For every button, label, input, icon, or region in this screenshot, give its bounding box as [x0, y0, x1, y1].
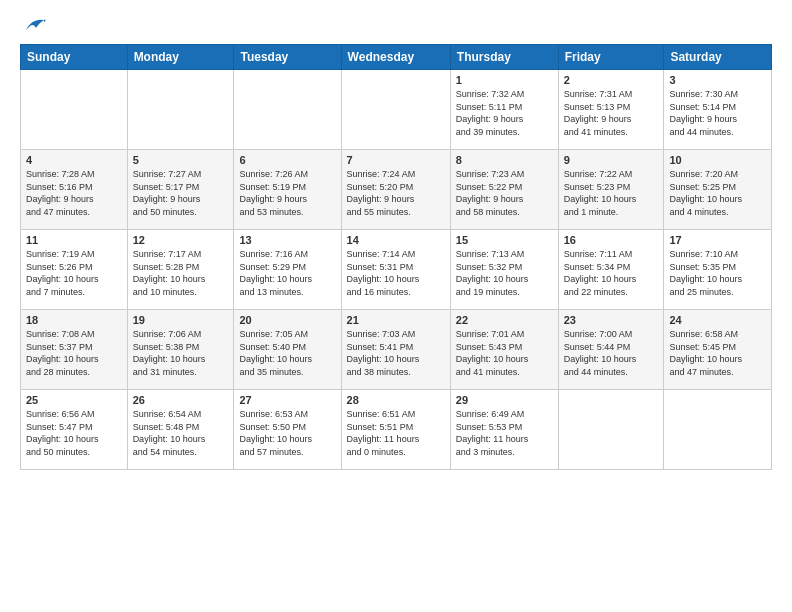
table-row: 5Sunrise: 7:27 AMSunset: 5:17 PMDaylight… — [127, 150, 234, 230]
day-info: Sunrise: 7:01 AMSunset: 5:43 PMDaylight:… — [456, 328, 553, 378]
col-saturday: Saturday — [664, 45, 772, 70]
day-info: Sunrise: 6:51 AMSunset: 5:51 PMDaylight:… — [347, 408, 445, 458]
day-info: Sunrise: 7:27 AMSunset: 5:17 PMDaylight:… — [133, 168, 229, 218]
table-row: 21Sunrise: 7:03 AMSunset: 5:41 PMDayligh… — [341, 310, 450, 390]
table-row: 22Sunrise: 7:01 AMSunset: 5:43 PMDayligh… — [450, 310, 558, 390]
table-row: 10Sunrise: 7:20 AMSunset: 5:25 PMDayligh… — [664, 150, 772, 230]
day-number: 1 — [456, 74, 553, 86]
table-row — [21, 70, 128, 150]
table-row: 29Sunrise: 6:49 AMSunset: 5:53 PMDayligh… — [450, 390, 558, 470]
col-friday: Friday — [558, 45, 664, 70]
table-row: 26Sunrise: 6:54 AMSunset: 5:48 PMDayligh… — [127, 390, 234, 470]
day-number: 29 — [456, 394, 553, 406]
day-number: 2 — [564, 74, 659, 86]
day-number: 8 — [456, 154, 553, 166]
table-row — [664, 390, 772, 470]
day-info: Sunrise: 7:08 AMSunset: 5:37 PMDaylight:… — [26, 328, 122, 378]
table-row: 7Sunrise: 7:24 AMSunset: 5:20 PMDaylight… — [341, 150, 450, 230]
day-info: Sunrise: 7:16 AMSunset: 5:29 PMDaylight:… — [239, 248, 335, 298]
day-info: Sunrise: 7:28 AMSunset: 5:16 PMDaylight:… — [26, 168, 122, 218]
day-number: 11 — [26, 234, 122, 246]
col-sunday: Sunday — [21, 45, 128, 70]
table-row: 8Sunrise: 7:23 AMSunset: 5:22 PMDaylight… — [450, 150, 558, 230]
day-info: Sunrise: 7:10 AMSunset: 5:35 PMDaylight:… — [669, 248, 766, 298]
table-row: 11Sunrise: 7:19 AMSunset: 5:26 PMDayligh… — [21, 230, 128, 310]
day-number: 26 — [133, 394, 229, 406]
day-number: 5 — [133, 154, 229, 166]
day-info: Sunrise: 6:49 AMSunset: 5:53 PMDaylight:… — [456, 408, 553, 458]
day-number: 18 — [26, 314, 122, 326]
col-thursday: Thursday — [450, 45, 558, 70]
col-wednesday: Wednesday — [341, 45, 450, 70]
table-row — [341, 70, 450, 150]
table-row: 19Sunrise: 7:06 AMSunset: 5:38 PMDayligh… — [127, 310, 234, 390]
table-row — [127, 70, 234, 150]
day-info: Sunrise: 7:31 AMSunset: 5:13 PMDaylight:… — [564, 88, 659, 138]
day-info: Sunrise: 6:54 AMSunset: 5:48 PMDaylight:… — [133, 408, 229, 458]
table-row: 25Sunrise: 6:56 AMSunset: 5:47 PMDayligh… — [21, 390, 128, 470]
day-number: 3 — [669, 74, 766, 86]
table-row: 17Sunrise: 7:10 AMSunset: 5:35 PMDayligh… — [664, 230, 772, 310]
table-row: 24Sunrise: 6:58 AMSunset: 5:45 PMDayligh… — [664, 310, 772, 390]
day-info: Sunrise: 7:14 AMSunset: 5:31 PMDaylight:… — [347, 248, 445, 298]
day-info: Sunrise: 7:23 AMSunset: 5:22 PMDaylight:… — [456, 168, 553, 218]
day-number: 24 — [669, 314, 766, 326]
day-info: Sunrise: 7:11 AMSunset: 5:34 PMDaylight:… — [564, 248, 659, 298]
day-info: Sunrise: 7:13 AMSunset: 5:32 PMDaylight:… — [456, 248, 553, 298]
day-number: 4 — [26, 154, 122, 166]
calendar-week-row: 1Sunrise: 7:32 AMSunset: 5:11 PMDaylight… — [21, 70, 772, 150]
day-number: 16 — [564, 234, 659, 246]
table-row: 16Sunrise: 7:11 AMSunset: 5:34 PMDayligh… — [558, 230, 664, 310]
table-row: 6Sunrise: 7:26 AMSunset: 5:19 PMDaylight… — [234, 150, 341, 230]
day-number: 12 — [133, 234, 229, 246]
day-info: Sunrise: 7:06 AMSunset: 5:38 PMDaylight:… — [133, 328, 229, 378]
day-info: Sunrise: 7:24 AMSunset: 5:20 PMDaylight:… — [347, 168, 445, 218]
day-info: Sunrise: 6:56 AMSunset: 5:47 PMDaylight:… — [26, 408, 122, 458]
calendar-week-row: 18Sunrise: 7:08 AMSunset: 5:37 PMDayligh… — [21, 310, 772, 390]
day-number: 27 — [239, 394, 335, 406]
day-number: 7 — [347, 154, 445, 166]
day-number: 25 — [26, 394, 122, 406]
col-tuesday: Tuesday — [234, 45, 341, 70]
day-number: 17 — [669, 234, 766, 246]
table-row: 14Sunrise: 7:14 AMSunset: 5:31 PMDayligh… — [341, 230, 450, 310]
calendar-week-row: 25Sunrise: 6:56 AMSunset: 5:47 PMDayligh… — [21, 390, 772, 470]
day-number: 10 — [669, 154, 766, 166]
day-info: Sunrise: 7:26 AMSunset: 5:19 PMDaylight:… — [239, 168, 335, 218]
day-number: 15 — [456, 234, 553, 246]
day-number: 21 — [347, 314, 445, 326]
day-number: 13 — [239, 234, 335, 246]
table-row: 15Sunrise: 7:13 AMSunset: 5:32 PMDayligh… — [450, 230, 558, 310]
table-row: 4Sunrise: 7:28 AMSunset: 5:16 PMDaylight… — [21, 150, 128, 230]
table-row: 28Sunrise: 6:51 AMSunset: 5:51 PMDayligh… — [341, 390, 450, 470]
calendar-table: Sunday Monday Tuesday Wednesday Thursday… — [20, 44, 772, 470]
calendar-week-row: 11Sunrise: 7:19 AMSunset: 5:26 PMDayligh… — [21, 230, 772, 310]
table-row: 18Sunrise: 7:08 AMSunset: 5:37 PMDayligh… — [21, 310, 128, 390]
table-row: 20Sunrise: 7:05 AMSunset: 5:40 PMDayligh… — [234, 310, 341, 390]
day-info: Sunrise: 7:17 AMSunset: 5:28 PMDaylight:… — [133, 248, 229, 298]
table-row: 3Sunrise: 7:30 AMSunset: 5:14 PMDaylight… — [664, 70, 772, 150]
day-info: Sunrise: 7:19 AMSunset: 5:26 PMDaylight:… — [26, 248, 122, 298]
table-row — [234, 70, 341, 150]
day-number: 28 — [347, 394, 445, 406]
logo — [20, 16, 48, 34]
day-info: Sunrise: 7:22 AMSunset: 5:23 PMDaylight:… — [564, 168, 659, 218]
day-number: 22 — [456, 314, 553, 326]
table-row: 27Sunrise: 6:53 AMSunset: 5:50 PMDayligh… — [234, 390, 341, 470]
day-info: Sunrise: 7:05 AMSunset: 5:40 PMDaylight:… — [239, 328, 335, 378]
day-number: 20 — [239, 314, 335, 326]
day-info: Sunrise: 6:58 AMSunset: 5:45 PMDaylight:… — [669, 328, 766, 378]
table-row: 9Sunrise: 7:22 AMSunset: 5:23 PMDaylight… — [558, 150, 664, 230]
day-info: Sunrise: 7:20 AMSunset: 5:25 PMDaylight:… — [669, 168, 766, 218]
calendar-header-row: Sunday Monday Tuesday Wednesday Thursday… — [21, 45, 772, 70]
table-row: 23Sunrise: 7:00 AMSunset: 5:44 PMDayligh… — [558, 310, 664, 390]
page: Sunday Monday Tuesday Wednesday Thursday… — [0, 0, 792, 612]
day-info: Sunrise: 6:53 AMSunset: 5:50 PMDaylight:… — [239, 408, 335, 458]
day-info: Sunrise: 7:03 AMSunset: 5:41 PMDaylight:… — [347, 328, 445, 378]
day-info: Sunrise: 7:32 AMSunset: 5:11 PMDaylight:… — [456, 88, 553, 138]
day-info: Sunrise: 7:30 AMSunset: 5:14 PMDaylight:… — [669, 88, 766, 138]
day-number: 23 — [564, 314, 659, 326]
col-monday: Monday — [127, 45, 234, 70]
day-number: 6 — [239, 154, 335, 166]
table-row: 2Sunrise: 7:31 AMSunset: 5:13 PMDaylight… — [558, 70, 664, 150]
